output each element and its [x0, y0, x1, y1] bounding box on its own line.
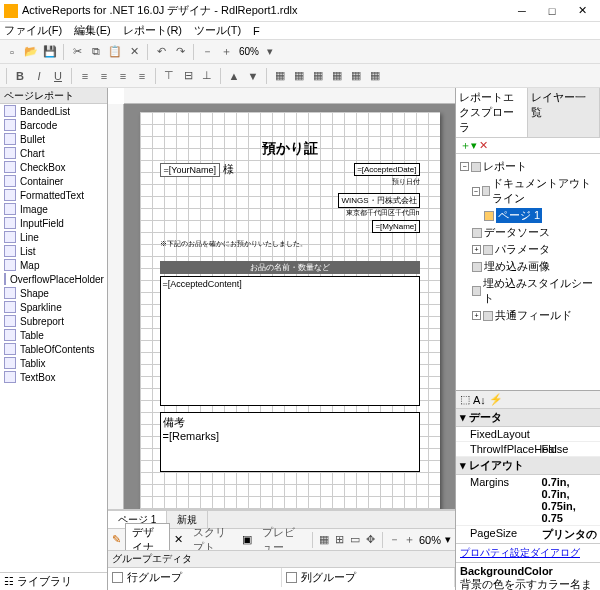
toolbox-item-line[interactable]: Line: [0, 230, 107, 244]
toolbox-item-tableofcontents[interactable]: TableOfContents: [0, 342, 107, 356]
layers-tab[interactable]: レイヤー一覧: [528, 88, 600, 137]
toolbox-item-list[interactable]: List: [0, 244, 107, 258]
toolbox-item-chart[interactable]: Chart: [0, 146, 107, 160]
prop-filter-icon[interactable]: ⚡: [489, 393, 503, 406]
chart-icon: [4, 147, 16, 159]
date-label: 預り日付: [392, 178, 420, 185]
report-tree: −レポート −ドキュメントアウトライン ページ 1 データソース +パラメータ …: [456, 154, 600, 390]
bottom-zoom-in-icon[interactable]: ＋: [404, 532, 415, 548]
back-icon[interactable]: ▼: [245, 68, 261, 84]
select-mode-icon[interactable]: ▭: [349, 532, 360, 548]
valign-top-icon[interactable]: ⊤: [161, 68, 177, 84]
library-tab[interactable]: ☷ライブラリ: [0, 572, 107, 590]
toolbox-item-shape[interactable]: Shape: [0, 286, 107, 300]
property-grid[interactable]: ▾ データ FixedLayout ThrowIfPlaceHoldFalse …: [456, 409, 600, 543]
zoom-out-icon[interactable]: －: [199, 44, 215, 60]
minimize-button[interactable]: ─: [508, 2, 536, 20]
layout-2-icon[interactable]: ▦: [291, 68, 307, 84]
prop-sort-icon[interactable]: A↓: [473, 394, 486, 406]
pan-mode-icon[interactable]: ✥: [365, 532, 376, 548]
align-right-icon[interactable]: ≡: [115, 68, 131, 84]
grid-icon[interactable]: ▦: [319, 532, 330, 548]
zoom-in-icon[interactable]: ＋: [218, 44, 234, 60]
inputfield-icon: [4, 217, 16, 229]
toolbox-item-map[interactable]: Map: [0, 258, 107, 272]
prop-cat-icon[interactable]: ⬚: [460, 393, 470, 406]
receiver-name-field[interactable]: =[YourName]: [160, 163, 220, 177]
underline-icon[interactable]: U: [50, 68, 66, 84]
company-line1[interactable]: WINGS・円株式会社: [338, 193, 419, 208]
menu-edit[interactable]: 編集(E): [74, 23, 111, 38]
zoom-value[interactable]: 60%: [239, 46, 259, 57]
accepted-date-field[interactable]: =[AcceptedDate]: [354, 163, 419, 176]
dropdown-icon[interactable]: ▾: [262, 44, 278, 60]
accepted-content-box[interactable]: =[AcceptedContent]: [160, 276, 420, 406]
myname-field[interactable]: =[MyName]: [372, 220, 419, 233]
line-icon: [4, 231, 16, 243]
paste-icon[interactable]: 📋: [107, 44, 123, 60]
toolbox-item-image[interactable]: Image: [0, 202, 107, 216]
report-page[interactable]: 預かり証 =[YourName] 様 =[AcceptedDate] 預り日付 …: [140, 112, 440, 509]
layout-3-icon[interactable]: ▦: [310, 68, 326, 84]
align-left-icon[interactable]: ≡: [77, 68, 93, 84]
menu-report[interactable]: レポート(R): [123, 23, 182, 38]
company-line2: 東京都千代田区千代田n: [160, 208, 420, 218]
maximize-button[interactable]: □: [538, 2, 566, 20]
menu-f[interactable]: F: [253, 25, 260, 37]
toolbox-header: ページレポート: [0, 88, 107, 104]
report-title[interactable]: 預かり証: [160, 140, 420, 158]
valign-bot-icon[interactable]: ⊥: [199, 68, 215, 84]
toolbox-item-sparkline[interactable]: Sparkline: [0, 300, 107, 314]
valign-mid-icon[interactable]: ⊟: [180, 68, 196, 84]
toolbox-item-subreport[interactable]: Subreport: [0, 314, 107, 328]
shape-icon: [4, 287, 16, 299]
bottom-zoom-value[interactable]: 60%: [419, 534, 441, 546]
property-description: BackgroundColor 背景の色を示すカラー名またはHEX値。: [456, 562, 600, 590]
toolbox-item-inputfield[interactable]: InputField: [0, 216, 107, 230]
toolbox-item-container[interactable]: Container: [0, 174, 107, 188]
toolbox-item-formattedtext[interactable]: FormattedText: [0, 188, 107, 202]
bottom-zoom-out-icon[interactable]: －: [389, 532, 400, 548]
table-icon: [4, 329, 16, 341]
delete-icon[interactable]: ✕: [126, 44, 142, 60]
toolbox-item-tablix[interactable]: Tablix: [0, 356, 107, 370]
col-group[interactable]: 列グループ: [282, 568, 456, 587]
snap-icon[interactable]: ⊞: [334, 532, 345, 548]
toolbox-item-textbox[interactable]: TextBox: [0, 370, 107, 384]
new-icon[interactable]: ▫: [4, 44, 20, 60]
copy-icon[interactable]: ⧉: [88, 44, 104, 60]
toolbox-item-checkbox[interactable]: CheckBox: [0, 160, 107, 174]
toolbox-item-barcode[interactable]: Barcode: [0, 118, 107, 132]
undo-icon[interactable]: ↶: [153, 44, 169, 60]
redo-icon[interactable]: ↷: [172, 44, 188, 60]
layout-5-icon[interactable]: ▦: [348, 68, 364, 84]
add-icon[interactable]: ＋▾: [460, 138, 477, 153]
row-group[interactable]: 行グループ: [108, 568, 282, 587]
report-explorer-tab[interactable]: レポートエクスプローラ: [456, 88, 528, 137]
remarks-box[interactable]: 備考 =[Remarks]: [160, 412, 420, 472]
remove-icon[interactable]: ✕: [479, 139, 488, 152]
toolbox-item-table[interactable]: Table: [0, 328, 107, 342]
layout-4-icon[interactable]: ▦: [329, 68, 345, 84]
toolbox-item-bandedlist[interactable]: BandedList: [0, 104, 107, 118]
remarks-field: =[Remarks]: [163, 430, 220, 442]
align-justify-icon[interactable]: ≡: [134, 68, 150, 84]
menu-file[interactable]: ファイル(F): [4, 23, 62, 38]
menu-tools[interactable]: ツール(T): [194, 23, 241, 38]
save-icon[interactable]: 💾: [42, 44, 58, 60]
tablix-icon: [4, 357, 16, 369]
property-dialog-link[interactable]: プロパティ設定ダイアログ: [456, 543, 600, 562]
open-icon[interactable]: 📂: [23, 44, 39, 60]
tree-page1-selected[interactable]: ページ 1: [496, 208, 542, 223]
items-header-strip[interactable]: お品の名前・数量など: [160, 261, 420, 274]
layout-6-icon[interactable]: ▦: [367, 68, 383, 84]
front-icon[interactable]: ▲: [226, 68, 242, 84]
cut-icon[interactable]: ✂: [69, 44, 85, 60]
close-button[interactable]: ✕: [568, 2, 596, 20]
toolbox-item-overflowplaceholder[interactable]: OverflowPlaceHolder: [0, 272, 107, 286]
toolbox-item-bullet[interactable]: Bullet: [0, 132, 107, 146]
align-center-icon[interactable]: ≡: [96, 68, 112, 84]
italic-icon[interactable]: I: [31, 68, 47, 84]
layout-1-icon[interactable]: ▦: [272, 68, 288, 84]
bold-icon[interactable]: B: [12, 68, 28, 84]
